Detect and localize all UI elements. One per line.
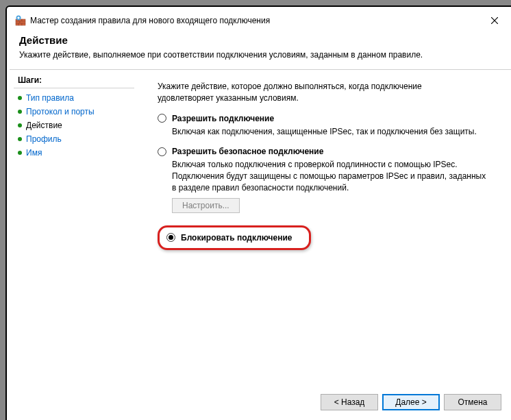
sidebar: Шаги: Тип правила Протокол и порты Дейст…: [10, 70, 138, 386]
header: Действие Укажите действие, выполняемое п…: [10, 32, 511, 69]
option-description: Включая только подключения с проверкой п…: [172, 159, 493, 193]
wizard-window: Мастер создания правила для нового входя…: [10, 10, 511, 420]
step-name[interactable]: Имя: [14, 146, 134, 160]
content-description: Укажите действие, которое должно выполня…: [158, 81, 493, 104]
back-button[interactable]: < Назад: [321, 394, 378, 410]
titlebar: Мастер создания правила для нового входя…: [10, 10, 511, 32]
bullet-icon: [18, 137, 22, 141]
svg-rect-5: [20, 21, 25, 23]
step-label: Профиль: [26, 134, 62, 144]
option-allow: Разрешить подключение Включая как подклю…: [158, 114, 493, 138]
svg-rect-4: [16, 21, 20, 23]
bullet-icon: [18, 151, 22, 155]
next-button[interactable]: Далее >: [382, 394, 440, 410]
cancel-button[interactable]: Отмена: [444, 394, 501, 410]
radio-block[interactable]: [166, 233, 175, 242]
option-label[interactable]: Разрешить безопасное подключение: [172, 147, 323, 156]
body: Шаги: Тип правила Протокол и порты Дейст…: [10, 70, 511, 386]
option-label[interactable]: Блокировать подключение: [181, 233, 292, 243]
steps-label: Шаги:: [14, 74, 134, 88]
step-profile[interactable]: Профиль: [14, 132, 134, 146]
step-rule-type[interactable]: Тип правила: [14, 91, 134, 105]
step-label: Имя: [26, 148, 42, 158]
radio-allow-secure[interactable]: [158, 147, 166, 156]
bullet-icon: [18, 110, 22, 114]
close-icon: [491, 17, 498, 24]
firewall-icon: [15, 15, 26, 26]
option-allow-secure: Разрешить безопасное подключение Включая…: [158, 147, 493, 212]
svg-rect-7: [18, 23, 22, 25]
step-label: Протокол и порты: [26, 107, 95, 116]
step-label: Тип правила: [26, 93, 74, 103]
page-title: Действие: [19, 34, 503, 46]
svg-rect-3: [22, 19, 25, 21]
step-label: Действие: [26, 121, 62, 130]
bullet-icon: [18, 96, 22, 100]
close-button[interactable]: [484, 12, 506, 29]
page-description: Укажите действие, выполняемое при соотве…: [19, 50, 503, 60]
titlebar-text: Мастер создания правила для нового входя…: [30, 16, 484, 25]
bullet-icon: [18, 123, 22, 127]
radio-allow[interactable]: [158, 114, 166, 123]
option-description: Включая как подключения, защищенные IPSe…: [172, 126, 493, 138]
svg-rect-8: [22, 23, 25, 25]
option-label[interactable]: Разрешить подключение: [172, 114, 274, 123]
svg-rect-6: [16, 23, 18, 25]
content: Укажите действие, которое должно выполня…: [138, 70, 511, 386]
step-protocol-ports[interactable]: Протокол и порты: [14, 105, 134, 119]
configure-button: Настроить...: [172, 198, 240, 213]
footer: < Назад Далее > Отмена: [10, 386, 511, 420]
step-action[interactable]: Действие: [14, 119, 134, 132]
option-block-highlight: Блокировать подключение: [158, 225, 311, 250]
